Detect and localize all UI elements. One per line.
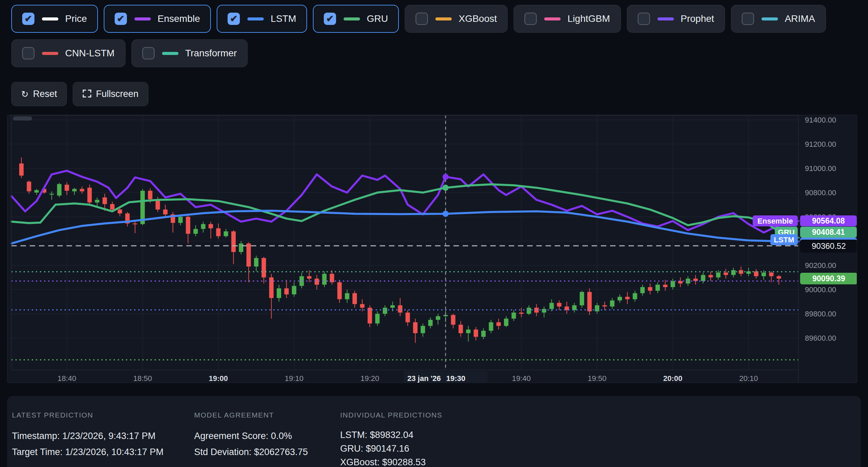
legend-label: Transformer <box>185 48 237 59</box>
candle-body <box>352 293 357 304</box>
pane-handle[interactable] <box>13 116 32 121</box>
candle-body <box>648 287 652 291</box>
candle-body <box>436 316 440 320</box>
checkbox-unchecked-icon[interactable]: ✔ <box>142 47 155 59</box>
legend-toggle-price[interactable]: ✔Price <box>11 5 98 33</box>
stats-header: LATEST PREDICTION <box>12 411 93 419</box>
candle-body <box>489 322 493 331</box>
time-axis-label: 18:40 <box>57 374 76 383</box>
series-color-swatch <box>247 17 264 20</box>
candle-body <box>663 285 667 287</box>
candle-body <box>262 258 266 278</box>
series-color-swatch <box>435 17 452 20</box>
legend-label: LightGBM <box>567 13 610 24</box>
legend-toggle-gru[interactable]: ✔GRU <box>313 5 399 33</box>
price-axis-label: 90200.00 <box>805 261 836 270</box>
time-axis-label: 19:40 <box>512 374 531 383</box>
legend-label: XGBoost <box>459 13 497 24</box>
candle-body <box>224 231 228 236</box>
candle-body <box>269 278 274 298</box>
candle-body <box>337 282 342 299</box>
stats-rows: Timestamp: 1/23/2026, 9:43:17 PMTarget T… <box>12 428 163 460</box>
candle-body <box>178 217 183 223</box>
reset-icon: ↻ <box>21 90 29 99</box>
legend-toggle-prophet[interactable]: ✔Prophet <box>627 5 725 33</box>
series-name-tag-label: Ensemble <box>757 217 793 225</box>
candle-body <box>655 285 660 291</box>
candle-body <box>451 315 455 325</box>
price-axis-label: 90800.00 <box>805 188 836 197</box>
fullscreen-button[interactable]: Fullscreen <box>73 82 148 106</box>
reset-button[interactable]: ↻ Reset <box>11 82 67 106</box>
checkbox-unchecked-icon[interactable]: ✔ <box>524 13 537 25</box>
candle-body <box>254 258 258 267</box>
candle-body <box>519 313 523 314</box>
candle-body <box>292 286 296 294</box>
candle-body <box>587 292 592 311</box>
checkbox-unchecked-icon[interactable]: ✔ <box>638 13 650 25</box>
candle-body <box>405 313 410 322</box>
candle-body <box>701 275 705 281</box>
time-axis-label: 19:00 <box>209 374 228 383</box>
checkbox-checked-icon[interactable]: ✔ <box>228 13 240 25</box>
candle-body <box>315 279 319 285</box>
checkbox-unchecked-icon[interactable]: ✔ <box>22 47 34 59</box>
series-color-swatch <box>344 17 360 20</box>
candle-body <box>633 293 637 299</box>
candle-body <box>208 224 213 228</box>
legend-label: ARIMA <box>785 13 815 24</box>
series-value-badge-label: 90564.08 <box>812 216 845 225</box>
candle-body <box>322 274 327 285</box>
candle-body <box>580 292 584 305</box>
series-color-swatch <box>762 17 778 20</box>
legend-toggle-xgboost[interactable]: ✔XGBoost <box>405 5 508 33</box>
series-color-swatch <box>544 17 561 20</box>
checkbox-checked-icon[interactable]: ✔ <box>324 13 336 25</box>
crosshair-dot-gru <box>443 185 449 191</box>
candle-body <box>87 188 92 202</box>
stats-row: LSTM: $89832.04 <box>340 428 426 442</box>
prediction-stats-panel: LATEST PREDICTIONTimestamp: 1/23/2026, 9… <box>7 396 861 467</box>
price-axis-label: 91200.00 <box>805 140 836 148</box>
legend-toggle-arima[interactable]: ✔ARIMA <box>731 5 826 33</box>
candle-body <box>19 164 24 176</box>
chart-canvas[interactable]: 91400.0091200.0091000.0090800.0090600.00… <box>8 115 857 383</box>
crosshair-date-label: 23 jan '26 <box>407 374 441 383</box>
series-name-tag-label: LSTM <box>774 236 794 244</box>
time-axis-label: 19:10 <box>285 374 303 383</box>
legend-toggle-ensemble[interactable]: ✔Ensemble <box>104 5 211 33</box>
legend-toggle-lightgbm[interactable]: ✔LightGBM <box>513 5 621 33</box>
checkbox-unchecked-icon[interactable]: ✔ <box>742 13 754 25</box>
legend-toggle-transformer[interactable]: ✔Transformer <box>131 39 248 67</box>
series-value-badge-label: 90408.41 <box>812 228 845 237</box>
time-axis-label: 20:10 <box>739 374 758 383</box>
series-color-swatch <box>42 52 58 55</box>
candle-body <box>625 297 630 299</box>
legend-toggle-lstm[interactable]: ✔LSTM <box>217 5 307 33</box>
series-color-swatch <box>42 17 58 20</box>
candle-body <box>610 300 614 307</box>
legend-toggle-cnn-lstm[interactable]: ✔CNN-LSTM <box>11 39 126 67</box>
candle-body <box>64 185 69 191</box>
fullscreen-label: Fullscreen <box>96 89 139 99</box>
candle-body <box>769 272 773 276</box>
candle-body <box>284 288 289 295</box>
checkbox-unchecked-icon[interactable]: ✔ <box>416 13 428 25</box>
candle-body <box>49 194 54 195</box>
price-chart[interactable]: 91400.0091200.0091000.0090800.0090600.00… <box>7 115 857 383</box>
candle-body <box>231 231 236 252</box>
candle-body <box>511 313 516 319</box>
stats-rows: LSTM: $89832.04GRU: $90147.16XGBoost: $9… <box>340 428 426 467</box>
checkbox-checked-icon[interactable]: ✔ <box>115 13 127 25</box>
price-axis-label: 89600.00 <box>805 334 836 342</box>
candle-body <box>201 224 205 229</box>
checkbox-checked-icon[interactable]: ✔ <box>22 13 34 25</box>
legend-label: LSTM <box>271 13 296 24</box>
legend-label: CNN-LSTM <box>65 48 115 59</box>
candle-body <box>216 228 220 236</box>
candle-body <box>421 326 425 333</box>
price-axis-label: 90000.00 <box>805 285 836 294</box>
candle-body <box>670 281 675 287</box>
candle-body <box>110 204 115 210</box>
crosshair-time-label: 19:30 <box>446 374 465 383</box>
